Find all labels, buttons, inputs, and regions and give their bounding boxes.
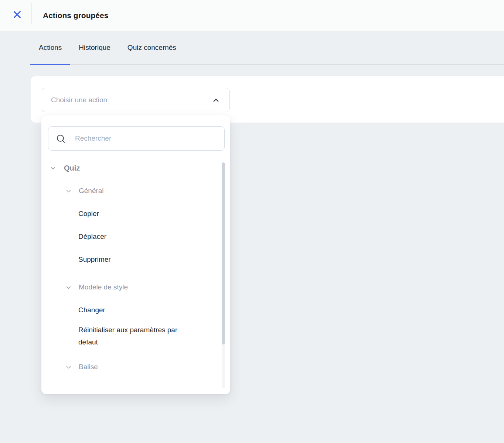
action-select-placeholder: Choisir une action — [51, 96, 107, 104]
page-title: Actions groupées — [43, 0, 108, 31]
tree-group-general[interactable]: Général — [41, 179, 230, 202]
close-button[interactable] — [9, 6, 25, 23]
tree-category-label: Quiz — [64, 164, 80, 172]
tree-item-deplacer[interactable]: Déplacer — [41, 225, 230, 248]
tree-category-quiz[interactable]: Quiz — [41, 157, 230, 179]
search-icon — [56, 134, 66, 144]
tree-group-label: Balise — [79, 363, 98, 371]
tree-item-supprimer[interactable]: Supprimer — [41, 248, 230, 271]
tree-item-label: Changer — [78, 306, 105, 314]
tree-item-label: Réinitialiser aux paramètres par défaut — [78, 324, 197, 348]
tree-item-reinitialiser[interactable]: Réinitialiser aux paramètres par défaut — [41, 322, 230, 356]
tree-item-label: Supprimer — [78, 255, 111, 264]
tree-group-balise[interactable]: Balise — [41, 356, 230, 378]
close-icon — [12, 10, 22, 20]
action-tree: Quiz Général Copier Déplacer Supprimer M… — [41, 151, 230, 378]
tree-item-label: Copier — [78, 210, 99, 218]
chevron-down-icon[interactable] — [65, 364, 72, 371]
chevron-up-icon — [212, 96, 220, 104]
tree-item-copier[interactable]: Copier — [41, 202, 230, 225]
tree-item-label: Déplacer — [78, 233, 106, 241]
tree-item-changer[interactable]: Changer — [41, 299, 230, 322]
chevron-down-icon[interactable] — [65, 188, 72, 195]
tab-bar: Actions Historique Quiz concernés — [30, 31, 504, 65]
action-select[interactable]: Choisir une action — [42, 88, 230, 112]
tab-actions[interactable]: Actions — [30, 31, 70, 64]
tab-historique[interactable]: Historique — [70, 31, 119, 64]
modal-header: Actions groupées — [0, 0, 504, 31]
chevron-down-icon[interactable] — [65, 284, 72, 291]
action-dropdown-panel: Quiz Général Copier Déplacer Supprimer M… — [41, 115, 230, 394]
scrollbar-thumb[interactable] — [222, 162, 225, 344]
tree-group-label: Modèle de style — [79, 283, 128, 291]
tree-group-modele-de-style[interactable]: Modèle de style — [41, 276, 230, 299]
header-divider — [31, 3, 32, 24]
search-box[interactable] — [48, 126, 225, 151]
chevron-down-icon[interactable] — [50, 165, 57, 172]
tab-quiz-concernes[interactable]: Quiz concernés — [119, 31, 185, 64]
tree-group-label: Général — [79, 187, 104, 195]
search-input[interactable] — [75, 134, 224, 142]
